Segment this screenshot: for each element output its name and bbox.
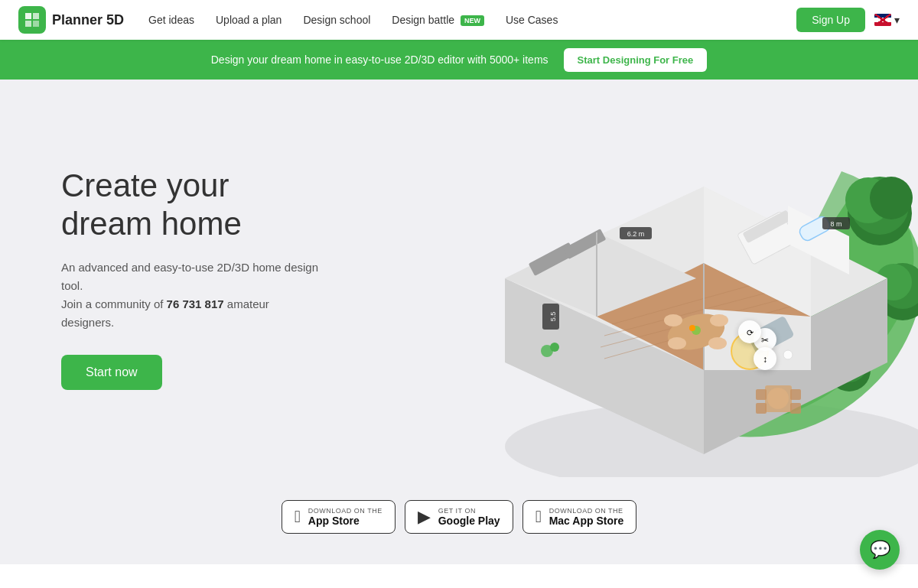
svg-text:✂: ✂ [761, 335, 769, 346]
svg-rect-3 [33, 21, 39, 27]
svg-point-28 [668, 337, 686, 349]
svg-text:↕: ↕ [763, 354, 767, 365]
nav-get-ideas[interactable]: Get ideas [148, 14, 194, 26]
svg-point-26 [664, 314, 682, 326]
app-store-text: Download on the App Store [308, 507, 382, 527]
bottom-section: Home Design Made Easy Just 3 easy steps … [0, 564, 918, 588]
chat-button[interactable]: 💬 [860, 530, 900, 570]
hero-section: Create your dream home An advanced and e… [0, 80, 918, 477]
nav-upload-plan[interactable]: Upload a plan [216, 14, 282, 26]
banner-text: Design your dream home in easy-to-use 2D… [211, 54, 549, 66]
svg-rect-2 [25, 21, 31, 27]
apple-icon:  [295, 507, 301, 527]
google-play-button[interactable]: ▶ GET IT ON Google Play [405, 500, 513, 534]
logo-text: Planner 5D [52, 12, 124, 28]
nav-design-school[interactable]: Design school [303, 14, 370, 26]
mac-app-store-text: Download on the Mac App Store [549, 507, 624, 527]
hero-content: Create your dream home An advanced and e… [0, 121, 382, 437]
svg-point-54 [783, 350, 793, 359]
svg-text:5.5: 5.5 [549, 312, 557, 322]
svg-point-34 [550, 343, 559, 352]
new-badge: NEW [461, 15, 484, 26]
play-icon: ▶ [418, 507, 431, 527]
nav-right: Sign Up ▾ [796, 8, 900, 32]
navbar: Planner 5D Get ideas Upload a plan Desig… [0, 0, 918, 40]
signup-button[interactable]: Sign Up [796, 8, 865, 32]
svg-text:6.2 m: 6.2 m [627, 230, 645, 238]
start-now-button[interactable]: Start now [61, 355, 162, 390]
mac-app-store-button[interactable]:  Download on the Mac App Store [522, 500, 637, 534]
app-store-button[interactable]:  Download on the App Store [282, 500, 396, 534]
svg-rect-1 [33, 13, 39, 19]
store-buttons-section:  Download on the App Store ▶ GET IT ON … [0, 477, 918, 564]
hero-description: An advanced and easy-to-use 2D/3D home d… [61, 258, 321, 332]
nav-links: Get ideas Upload a plan Design school De… [148, 14, 796, 26]
apple-mac-icon:  [536, 507, 542, 527]
promo-banner: Design your dream home in easy-to-use 2D… [0, 40, 918, 80]
svg-rect-0 [25, 13, 31, 19]
flag-icon [874, 14, 891, 26]
nav-use-cases[interactable]: Use Cases [506, 14, 558, 26]
svg-rect-38 [790, 389, 801, 400]
logo[interactable]: Planner 5D [18, 6, 124, 34]
svg-rect-40 [790, 403, 801, 414]
start-designing-button[interactable]: Start Designing For Free [564, 48, 708, 72]
floorplan-illustration: ✂ ↕ ⟳ 6.2 m 8 m 5.5 [413, 80, 918, 477]
community-count: 76 731 817 [167, 297, 224, 310]
svg-rect-39 [756, 403, 767, 414]
svg-point-36 [767, 388, 789, 409]
lang-label: ▾ [894, 14, 900, 26]
google-play-text: GET IT ON Google Play [438, 507, 500, 527]
hero-title: Create your dream home [61, 167, 321, 244]
svg-rect-37 [756, 389, 767, 400]
svg-point-27 [710, 314, 728, 326]
logo-icon [18, 6, 46, 34]
nav-design-battle[interactable]: Design battle NEW [392, 14, 484, 26]
svg-point-29 [708, 337, 727, 349]
svg-point-31 [689, 325, 695, 331]
svg-point-8 [870, 177, 913, 219]
chat-icon: 💬 [870, 540, 890, 560]
language-selector[interactable]: ▾ [874, 14, 900, 26]
svg-text:⟳: ⟳ [747, 328, 754, 337]
svg-text:8 m: 8 m [830, 220, 842, 228]
